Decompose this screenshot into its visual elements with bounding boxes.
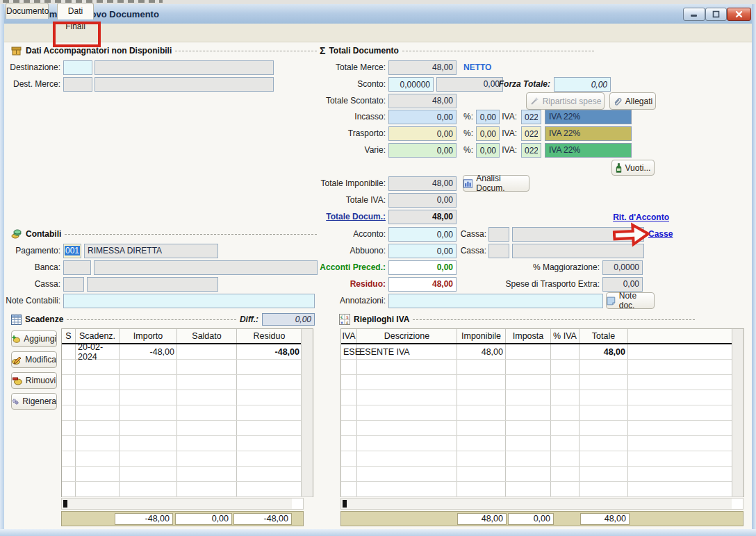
cell-pct-iva <box>551 344 580 359</box>
maximize-button[interactable] <box>705 8 727 21</box>
cell-blank <box>628 360 733 374</box>
riepiloghi-horizontal-scrollbar[interactable] <box>340 498 743 510</box>
pagamento-code-field[interactable]: 001 <box>63 244 81 258</box>
scadenze-horizontal-scrollbar[interactable] <box>61 498 304 510</box>
cassa-acconto-code-field <box>488 227 509 242</box>
table-row-empty[interactable] <box>62 467 313 482</box>
cell-residuo <box>237 451 302 466</box>
minimize-button[interactable] <box>683 8 705 21</box>
scadenze-total-saldato: 0,00 <box>175 513 232 525</box>
table-row-empty[interactable] <box>341 390 743 405</box>
table-row-empty[interactable] <box>62 482 313 497</box>
scrollbar-thumb[interactable] <box>343 500 347 508</box>
scrollbar-thumb[interactable] <box>63 500 67 508</box>
ripartisci-spese-button[interactable]: Ripartisci spese <box>526 92 605 110</box>
table-row-empty[interactable] <box>341 482 743 497</box>
table-row-empty[interactable] <box>62 436 313 451</box>
residuo-label: Residuo: <box>278 277 386 292</box>
table-row[interactable]: 20-02-2024 -48,00 -48,00 <box>62 344 313 360</box>
incasso-importo-field[interactable] <box>388 110 457 124</box>
cell-residuo: -48,00 <box>237 344 302 359</box>
cell-saldato <box>177 451 237 466</box>
annotation-red-rectangle <box>53 22 101 47</box>
close-button[interactable] <box>727 8 751 21</box>
vuoti-button[interactable]: Vuoti... <box>611 160 655 176</box>
note-contabili-field[interactable] <box>63 294 315 308</box>
cell-saldato <box>177 390 237 405</box>
table-row-empty[interactable] <box>341 467 743 482</box>
svg-text:£: £ <box>346 320 349 325</box>
cell-descrizione <box>357 360 457 374</box>
note-doc-button[interactable]: Note doc. <box>606 292 655 309</box>
varie-iva-desc: IVA 22% <box>545 143 632 158</box>
varie-pct-field[interactable] <box>476 143 500 158</box>
cell-scadenza <box>76 390 120 405</box>
incasso-pct-field[interactable] <box>476 110 500 124</box>
varie-pct-label: %: <box>461 143 473 158</box>
table-row-empty[interactable] <box>62 451 313 467</box>
cell-s <box>62 390 76 405</box>
destinazione-desc-field <box>94 60 274 75</box>
destinazione-code-field[interactable] <box>63 60 92 75</box>
table-row-empty[interactable] <box>62 360 313 375</box>
riepiloghi-vertical-scrollbar[interactable] <box>732 329 743 496</box>
trasporto-pct-field[interactable] <box>476 126 500 141</box>
allegati-button[interactable]: Allegati <box>609 92 656 110</box>
rimuovi-button[interactable]: Rimuovi <box>11 372 57 389</box>
table-row-empty[interactable] <box>341 405 743 421</box>
table-row-empty[interactable] <box>62 375 313 390</box>
varie-importo-field[interactable] <box>388 143 457 158</box>
cell-imponibile <box>457 421 506 435</box>
table-row-empty[interactable] <box>341 451 743 467</box>
rit-dacconto-link[interactable]: Rit. d'Acconto <box>607 212 669 222</box>
cell-importo <box>120 436 177 451</box>
scadenze-vertical-scrollbar[interactable] <box>301 329 313 496</box>
table-row-empty[interactable] <box>341 360 743 375</box>
rigenera-button[interactable]: Rigenera <box>11 393 57 410</box>
cell-totale <box>580 421 628 435</box>
analisi-docum-button[interactable]: Analisi Docum. <box>463 175 529 192</box>
table-row[interactable]: ESE ESENTE IVA 48,00 48,00 <box>341 344 743 360</box>
aggiungi-button[interactable]: Aggiungi <box>11 330 57 347</box>
trasporto-importo-field[interactable] <box>388 126 457 141</box>
varie-iva-code-field[interactable] <box>521 143 541 158</box>
cassa-abbuono-code-field <box>488 244 509 258</box>
cell-saldato <box>177 344 237 359</box>
section-riepiloghi: € $ ¥ £ Riepiloghi IVA <box>339 313 695 326</box>
trasporto-iva-code-field[interactable] <box>521 126 541 141</box>
annotazioni-field[interactable] <box>388 294 603 308</box>
table-row-empty[interactable] <box>62 405 313 421</box>
incasso-iva-code-field[interactable] <box>521 110 541 124</box>
modifica-button[interactable]: Modifica <box>11 351 57 368</box>
col-imposta: Imposta <box>506 329 551 343</box>
sconto-pct-field[interactable] <box>388 77 434 92</box>
cell-imponibile <box>457 375 506 390</box>
table-row-empty[interactable] <box>62 390 313 405</box>
tab-dati-finali[interactable]: Dati Finali <box>57 3 94 19</box>
cell-pct-iva <box>551 482 580 496</box>
incasso-label: Incasso: <box>299 110 386 124</box>
table-row-empty[interactable] <box>341 421 743 436</box>
banca-code-field <box>63 260 91 275</box>
bottle-icon <box>616 163 622 173</box>
cell-importo <box>120 405 177 420</box>
forza-totale-field[interactable] <box>554 77 611 92</box>
cell-s <box>62 451 76 466</box>
trasporto-iva-label: IVA: <box>498 126 517 141</box>
maggiorazione-label: % Maggiorazione: <box>500 260 600 275</box>
acconto-field[interactable] <box>388 227 457 242</box>
totale-merce-field: 48,00 <box>388 60 457 75</box>
cell-iva <box>341 390 357 405</box>
note-doc-label: Note doc. <box>619 291 654 310</box>
section-divider <box>402 51 594 51</box>
table-row-empty[interactable] <box>62 421 313 436</box>
tab-strip <box>4 24 752 42</box>
window-border-right <box>752 4 756 536</box>
tab-documento[interactable]: Documento <box>6 3 49 19</box>
cell-totale <box>580 482 628 496</box>
abbuono-field[interactable] <box>388 244 457 258</box>
table-row-empty[interactable] <box>341 375 743 390</box>
cassa-label: Cassa: <box>7 277 60 292</box>
casse-link[interactable]: Casse <box>648 229 672 239</box>
table-row-empty[interactable] <box>341 436 743 451</box>
